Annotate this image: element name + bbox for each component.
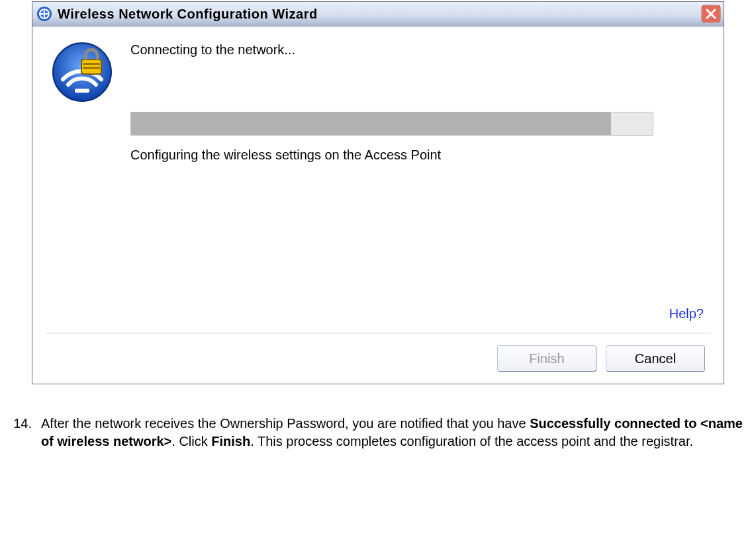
svg-rect-8 (75, 89, 89, 93)
client-area: Connecting to the network... Configuring… (32, 26, 724, 384)
window-title: Wireless Network Configuration Wizard (58, 7, 701, 22)
instruction-step: 14. After the network receives the Owner… (0, 415, 743, 450)
finish-button[interactable]: Finish (497, 345, 596, 372)
app-icon (36, 6, 52, 22)
wizard-window: Wireless Network Configuration Wizard (32, 1, 724, 384)
heading-text: Connecting to the network... (130, 42, 700, 58)
svg-rect-4 (40, 13, 49, 15)
step-body: After the network receives the Ownership… (41, 415, 743, 450)
step-text-2: . Click (171, 434, 211, 448)
step-text-3: . This process completes configuration o… (250, 434, 693, 448)
help-link[interactable]: Help? (669, 306, 704, 321)
step-text-1: After the network receives the Ownership… (41, 416, 530, 431)
progress-fill (131, 112, 611, 135)
close-button[interactable] (701, 5, 721, 23)
wireless-lock-icon (51, 41, 113, 103)
svg-rect-11 (83, 67, 100, 69)
step-number: 14. (0, 415, 41, 450)
progress-bar (130, 112, 653, 136)
cancel-button[interactable]: Cancel (606, 345, 705, 372)
button-row: Finish Cancel (497, 345, 705, 372)
step-bold-2: Finish (211, 434, 250, 448)
status-text: Configuring the wireless settings on the… (130, 148, 653, 163)
separator (46, 333, 710, 333)
titlebar: Wireless Network Configuration Wizard (32, 2, 724, 26)
svg-rect-10 (83, 63, 100, 65)
